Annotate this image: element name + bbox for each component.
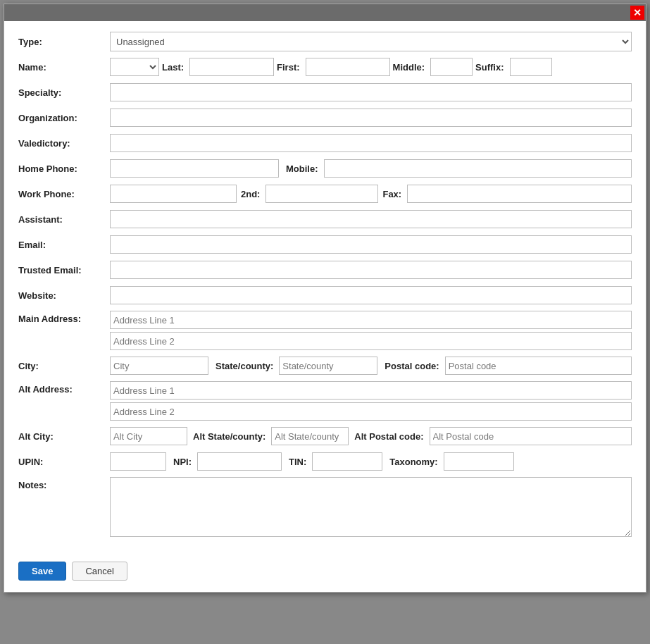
email-input[interactable]: [110, 235, 632, 254]
trusted-email-row: Trusted Email:: [18, 260, 632, 280]
alt-city-row: Alt City: Alt State/county: Alt Postal c…: [18, 426, 632, 446]
website-input[interactable]: [110, 286, 632, 304]
valedictory-row: Valedictory:: [18, 133, 632, 153]
upin-label: UPIN:: [18, 457, 110, 467]
save-button[interactable]: Save: [18, 562, 66, 581]
ids-row: UPIN: NPI: TIN: Taxonomy:: [18, 452, 632, 471]
last-input[interactable]: [189, 58, 274, 76]
npi-input[interactable]: [197, 452, 282, 471]
specialty-label: Specialty:: [18, 87, 110, 98]
main-address-row: Main Address:: [18, 311, 632, 350]
middle-label: Middle:: [393, 62, 428, 73]
modal-overlay: ✕ Type: Unassigned Physician Nurse Staff…: [0, 0, 650, 644]
name-prefix-select[interactable]: Mr. Mrs. Ms. Dr.: [110, 58, 159, 76]
email-row: Email:: [18, 235, 632, 254]
city-row: City: State/county: Postal code:: [18, 356, 632, 376]
last-label: Last:: [162, 62, 187, 73]
work-phone-row: Work Phone: 2nd: Fax:: [18, 184, 632, 204]
city-label: City:: [18, 361, 110, 371]
main-address-label: Main Address:: [18, 311, 110, 324]
work-phone-label: Work Phone:: [18, 189, 110, 199]
close-button[interactable]: ✕: [630, 6, 644, 20]
first-input[interactable]: [306, 58, 390, 76]
middle-input[interactable]: [430, 58, 473, 76]
tin-input[interactable]: [312, 452, 382, 471]
modal-body: Type: Unassigned Physician Nurse Staff N…: [4, 21, 646, 553]
alt-state-county-input[interactable]: [271, 427, 349, 445]
state-county-input[interactable]: [279, 357, 377, 375]
type-select[interactable]: Unassigned Physician Nurse Staff: [110, 32, 632, 51]
state-county-label: State/county:: [215, 361, 276, 371]
postal-code-input[interactable]: [445, 357, 632, 375]
notes-textarea[interactable]: [110, 477, 632, 537]
postal-code-label: Postal code:: [385, 361, 442, 371]
alt-postal-code-input[interactable]: [430, 427, 632, 445]
home-phone-row: Home Phone: Mobile:: [18, 159, 632, 178]
name-row: Name: Mr. Mrs. Ms. Dr. Last: First: Midd…: [18, 57, 632, 77]
organization-input[interactable]: [110, 109, 632, 127]
organization-label: Organization:: [18, 113, 110, 123]
website-row: Website:: [18, 285, 632, 305]
alt-postal-code-label: Alt Postal code:: [354, 431, 426, 442]
name-fields: Mr. Mrs. Ms. Dr. Last: First: Middle: Su…: [110, 58, 632, 76]
mobile-label: Mobile:: [286, 163, 321, 174]
fax-label: Fax:: [382, 189, 404, 199]
notes-label: Notes:: [18, 477, 110, 490]
alt-address-block: [110, 381, 632, 421]
taxonomy-input[interactable]: [444, 452, 514, 471]
assistant-input[interactable]: [110, 210, 632, 228]
valedictory-label: Valedictory:: [18, 138, 110, 149]
main-address-line2-input[interactable]: [110, 332, 632, 350]
specialty-row: Specialty:: [18, 82, 632, 102]
suffix-input[interactable]: [510, 58, 552, 76]
assistant-label: Assistant:: [18, 214, 110, 225]
notes-row: Notes:: [18, 477, 632, 537]
type-label: Type:: [18, 37, 110, 47]
main-address-line1-input[interactable]: [110, 311, 632, 329]
alt-state-county-label: Alt State/county:: [193, 431, 268, 442]
suffix-label: Suffix:: [475, 62, 506, 73]
second-phone-input[interactable]: [265, 185, 378, 203]
taxonomy-label: Taxonomy:: [389, 457, 440, 467]
valedictory-input[interactable]: [110, 134, 632, 152]
assistant-row: Assistant:: [18, 209, 632, 229]
mobile-input[interactable]: [324, 159, 632, 178]
first-label: First:: [277, 62, 303, 73]
modal-header: ✕: [4, 4, 646, 21]
specialty-input[interactable]: [110, 83, 632, 101]
work-phone-input[interactable]: [110, 185, 237, 203]
alt-address-line2-input[interactable]: [110, 402, 632, 421]
fax-input[interactable]: [407, 185, 632, 203]
website-label: Website:: [18, 290, 110, 301]
modal-footer: Save Cancel: [4, 553, 646, 592]
type-row: Type: Unassigned Physician Nurse Staff: [18, 32, 632, 51]
alt-address-row: Alt Address:: [18, 381, 632, 421]
main-address-block: [110, 311, 632, 350]
name-label: Name:: [18, 62, 110, 73]
alt-city-label: Alt City:: [18, 431, 110, 442]
upin-input[interactable]: [110, 452, 166, 471]
npi-label: NPI:: [173, 457, 194, 467]
alt-address-line1-input[interactable]: [110, 381, 632, 400]
alt-city-input[interactable]: [110, 427, 187, 445]
cancel-button[interactable]: Cancel: [72, 562, 127, 581]
trusted-email-input[interactable]: [110, 261, 632, 279]
second-label: 2nd:: [241, 189, 263, 199]
home-phone-input[interactable]: [110, 159, 279, 178]
home-phone-label: Home Phone:: [18, 163, 110, 174]
city-input[interactable]: [110, 357, 208, 375]
alt-address-label: Alt Address:: [18, 381, 110, 395]
trusted-email-label: Trusted Email:: [18, 265, 110, 275]
organization-row: Organization:: [18, 108, 632, 128]
tin-label: TIN:: [289, 457, 309, 467]
email-label: Email:: [18, 240, 110, 250]
modal-dialog: ✕ Type: Unassigned Physician Nurse Staff…: [4, 4, 646, 593]
